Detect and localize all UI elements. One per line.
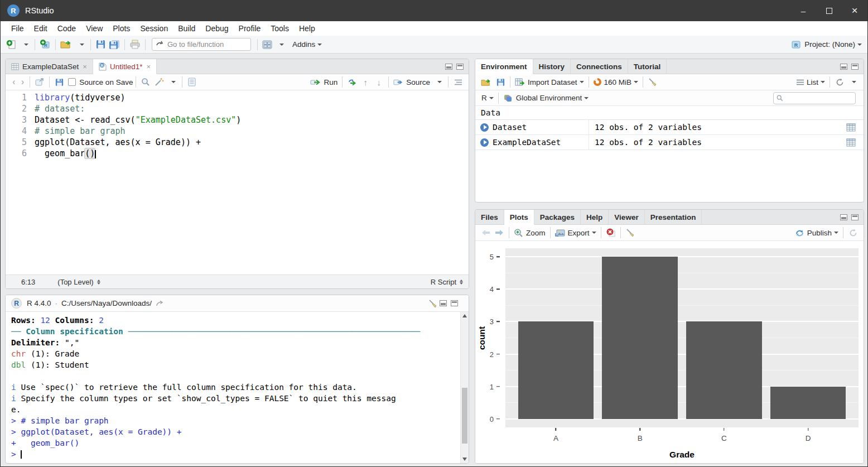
document-outline-button[interactable]	[451, 75, 465, 89]
tab-history[interactable]: History	[533, 59, 571, 74]
menu-session[interactable]: Session	[135, 21, 173, 36]
tab-plots[interactable]: Plots	[504, 210, 534, 225]
menu-debug[interactable]: Debug	[200, 21, 233, 36]
save-all-button[interactable]	[107, 37, 122, 52]
compile-report-button[interactable]	[185, 75, 199, 89]
menu-profile[interactable]: Profile	[234, 21, 266, 36]
tab-tutorial[interactable]: Tutorial	[628, 59, 667, 74]
tab-untitled1[interactable]: RUntitled1*×	[93, 59, 157, 74]
new-file-button[interactable]	[4, 37, 18, 52]
tab-environment[interactable]: Environment	[475, 59, 533, 74]
run-previous-chunk-button[interactable]: ↑	[359, 75, 372, 89]
menu-tools[interactable]: Tools	[266, 21, 294, 36]
project-menu-button[interactable]: R Project: (None)	[789, 37, 864, 52]
close-tab-icon[interactable]: ×	[146, 62, 151, 71]
list-view-button[interactable]: List	[795, 75, 827, 89]
maximize-pane-icon[interactable]	[851, 64, 859, 70]
code-tools-dropdown[interactable]	[166, 75, 179, 89]
tab-connections[interactable]: Connections	[571, 59, 628, 74]
pane-layout-dropdown[interactable]	[274, 37, 287, 52]
rerun-button[interactable]	[345, 75, 359, 89]
close-tab-icon[interactable]: ×	[83, 62, 87, 71]
scroll-down-icon[interactable]	[461, 455, 469, 463]
tab-presentation[interactable]: Presentation	[645, 210, 702, 224]
clear-console-button[interactable]	[426, 296, 440, 311]
zoom-plot-button[interactable]: Zoom	[512, 225, 547, 240]
source-button[interactable]: Source	[392, 75, 432, 89]
minimize-pane-icon[interactable]	[445, 64, 452, 70]
clear-objects-button[interactable]	[646, 75, 659, 89]
next-plot-button[interactable]	[493, 225, 506, 240]
maximize-pane-icon[interactable]	[451, 300, 458, 306]
pane-layout-button[interactable]	[261, 37, 274, 52]
minimize-pane-icon[interactable]	[840, 214, 847, 220]
environment-object-row[interactable]: ExampleDataSet12 obs. of 2 variables	[475, 135, 864, 150]
environment-search-input[interactable]	[773, 92, 856, 104]
file-type-selector[interactable]: R Script	[431, 278, 456, 286]
minimize-pane-icon[interactable]	[440, 300, 447, 306]
source-on-save-checkbox[interactable]	[68, 78, 76, 86]
open-file-button[interactable]	[59, 37, 74, 52]
code-tools-button[interactable]	[152, 75, 166, 89]
language-selector[interactable]: R	[480, 91, 495, 105]
popout-button[interactable]	[33, 75, 46, 89]
tab-exampledataset[interactable]: ExampleDataSet×	[6, 59, 93, 74]
forward-button[interactable]: ›	[18, 76, 27, 88]
menu-view[interactable]: View	[81, 21, 108, 36]
scrollbar-thumb[interactable]	[462, 388, 467, 444]
open-directory-icon[interactable]	[156, 300, 165, 307]
view-table-icon[interactable]	[846, 123, 856, 132]
minimize-button[interactable]: –	[790, 0, 816, 21]
remove-plot-button[interactable]	[604, 225, 618, 240]
refresh-plot-button[interactable]	[846, 225, 860, 240]
open-file-dropdown[interactable]	[74, 37, 88, 52]
scope-selector[interactable]: (Top Level)	[57, 278, 93, 286]
find-replace-button[interactable]	[139, 75, 152, 89]
console-scrollbar[interactable]	[460, 312, 469, 463]
goto-file-function-input[interactable]: Go to file/function	[152, 38, 251, 51]
export-plot-button[interactable]: Export	[553, 225, 598, 240]
menu-code[interactable]: Code	[52, 21, 81, 36]
previous-plot-button[interactable]	[479, 225, 493, 240]
menu-build[interactable]: Build	[173, 21, 200, 36]
menu-help[interactable]: Help	[294, 21, 320, 36]
view-table-icon[interactable]	[846, 138, 856, 147]
run-button[interactable]: Run	[308, 75, 339, 89]
refresh-button[interactable]	[833, 75, 846, 89]
new-project-button[interactable]: R	[38, 37, 52, 52]
menu-edit[interactable]: Edit	[29, 21, 52, 36]
import-dataset-button[interactable]: Import Dataset	[513, 75, 586, 89]
print-button[interactable]	[128, 37, 142, 52]
expand-object-icon[interactable]	[480, 138, 489, 147]
back-button[interactable]: ‹	[9, 76, 18, 88]
maximize-pane-icon[interactable]	[851, 214, 859, 220]
memory-usage-button[interactable]: 160 MiB	[592, 75, 640, 89]
tab-viewer[interactable]: Viewer	[609, 210, 644, 224]
expand-object-icon[interactable]	[480, 123, 489, 132]
save-button[interactable]	[52, 75, 66, 89]
save-workspace-button[interactable]	[494, 75, 507, 89]
minimize-pane-icon[interactable]	[840, 64, 847, 70]
environment-object-row[interactable]: Dataset12 obs. of 2 variables	[475, 120, 864, 135]
code-editor[interactable]: 1library(tidyverse)2# dataset:3Dataset <…	[6, 90, 469, 276]
save-button[interactable]	[94, 37, 107, 52]
tab-packages[interactable]: Packages	[534, 210, 581, 224]
maximize-button[interactable]	[816, 0, 842, 21]
refresh-dropdown[interactable]	[846, 75, 860, 89]
console-output[interactable]: Rows: 12 Columns: 2── Column specificati…	[6, 312, 460, 463]
run-next-chunk-button[interactable]: ↓	[372, 75, 385, 89]
menu-file[interactable]: File	[6, 21, 29, 36]
addins-button[interactable]: Addins	[291, 37, 324, 52]
environment-scope-selector[interactable]: Global Environment	[501, 91, 591, 105]
maximize-pane-icon[interactable]	[456, 64, 464, 70]
load-workspace-button[interactable]	[479, 75, 494, 89]
publish-button[interactable]: Publish	[793, 225, 840, 240]
close-button[interactable]: ×	[842, 0, 867, 21]
source-dropdown[interactable]	[432, 75, 445, 89]
clear-all-plots-button[interactable]	[624, 225, 637, 240]
new-file-dropdown[interactable]	[18, 37, 32, 52]
scroll-up-icon[interactable]	[461, 312, 469, 320]
tab-files[interactable]: Files	[475, 210, 504, 224]
menu-plots[interactable]: Plots	[108, 21, 135, 36]
tab-help[interactable]: Help	[581, 210, 609, 224]
